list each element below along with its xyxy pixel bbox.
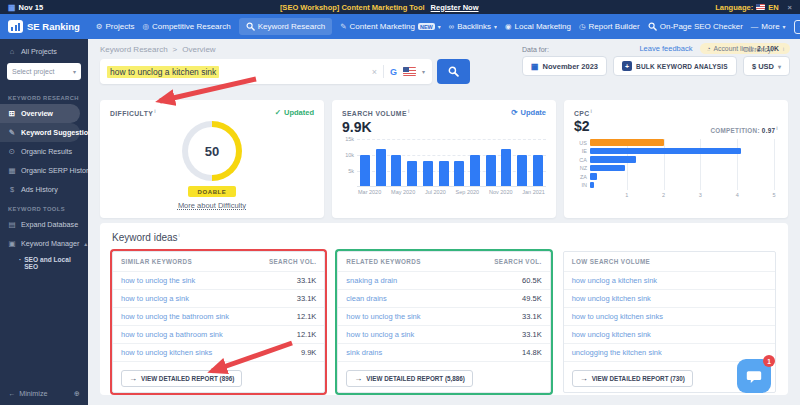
nav-item-local-marketing[interactable]: ◉ Local Marketing	[505, 22, 571, 31]
currency-select[interactable]: $ USD ▾	[743, 56, 790, 76]
cpc-value: $2	[574, 118, 590, 134]
keyword-link[interactable]: unclogging the kitchen sink	[572, 348, 662, 357]
keyword-link[interactable]: how to unclog the bathroom sink	[121, 312, 229, 321]
volume-bars	[357, 139, 546, 186]
sidebar-item-ads-history[interactable]: $ Ads History	[0, 180, 88, 199]
more-about-difficulty-link[interactable]: More about Difficulty	[110, 201, 314, 210]
sidebar-item-label: Organic Results	[21, 147, 72, 156]
view-detailed-report-button[interactable]: → VIEW DETAILED REPORT (896)	[121, 370, 242, 387]
view-detailed-report-button[interactable]: → VIEW DETAILED REPORT (5,886)	[346, 370, 473, 387]
volume-bar	[360, 155, 370, 186]
report-button-label: VIEW DETAILED REPORT (730)	[592, 375, 685, 382]
keyword-link[interactable]: how to unclog kitchen sinks	[121, 348, 212, 357]
sidebar-item-expand-database[interactable]: ▤ Expand Database	[0, 215, 88, 234]
keyword-link[interactable]: how to unclog the sink	[121, 276, 195, 285]
volume-bar	[376, 149, 386, 187]
table-row[interactable]: sink drains14.8K	[338, 343, 549, 361]
table-row[interactable]: clean drains49.5K	[338, 289, 549, 307]
sidebar-item-organic-serp-history[interactable]: ▦ Organic SERP History	[0, 161, 88, 180]
keyword-link[interactable]: clean drains	[346, 294, 386, 303]
table-row[interactable]: how unclog a kitchen sink	[564, 271, 775, 289]
google-icon[interactable]: G	[390, 67, 397, 77]
nav-label: Local Marketing	[515, 22, 571, 31]
nav-item-content-marketing[interactable]: ✎ Content Marketing NEW ▾	[340, 22, 441, 31]
close-icon[interactable]: ×	[788, 3, 792, 12]
language-switcher[interactable]: Language: EN ×	[715, 3, 792, 12]
table-row[interactable]: how to unclog a bathroom sink12.1K	[113, 325, 324, 343]
table-row[interactable]: how to unclog the bathroom sink12.1K	[113, 307, 324, 325]
volume-bar	[470, 155, 480, 186]
table-row[interactable]: how to unclog a sink33.1K	[338, 325, 549, 343]
bulk-keyword-analysis-button[interactable]: + BULK KEYWORD ANALYSIS	[613, 56, 737, 76]
nav-item-keyword-research[interactable]: Keyword Research	[239, 18, 333, 35]
table-row[interactable]: how to unclog a sink33.1K	[113, 289, 324, 307]
x-tick-label: Mar 2020	[358, 189, 381, 195]
table-row[interactable]: how to unclog the sink33.1K	[338, 307, 549, 325]
nav-item-onpage-seo-checker[interactable]: On-Page SEO Checker	[648, 22, 743, 31]
sidebar-item-organic-results[interactable]: ⊙ Organic Results	[0, 142, 88, 161]
add-project-button[interactable]: +	[794, 20, 800, 34]
sidebar-item-all-projects[interactable]: ⌂ All Projects	[0, 39, 88, 61]
announcement-bar: ▦ Nov 15 [SEO Workshop] Content Marketin…	[0, 0, 800, 14]
table-row[interactable]: how unclog kitchen sink	[564, 325, 775, 343]
sidebar-item-keyword-suggestions[interactable]: ✎ Keyword Suggestions	[0, 123, 80, 142]
project-select[interactable]: Select project ▾	[7, 63, 81, 80]
nav-item-more[interactable]: — More ▾	[751, 22, 786, 31]
breadcrumb-keyword-research[interactable]: Keyword Research	[100, 45, 168, 54]
info-icon[interactable]: i	[154, 108, 156, 114]
keyword-link[interactable]: how to unclog a sink	[121, 294, 189, 303]
info-icon[interactable]: i	[179, 232, 180, 238]
minimize-button[interactable]: ← Minimize	[8, 389, 48, 398]
info-icon[interactable]: i	[408, 108, 410, 114]
difficulty-badge: DOABLE	[188, 186, 237, 197]
difficulty-card: DIFFICULTYi ✓ Updated 50 DOABLE More abo…	[100, 100, 324, 218]
table-row[interactable]: how to unclog kitchen sinks9.9K	[113, 343, 324, 361]
keyword-link[interactable]: how unclog kitchen sink	[572, 330, 651, 339]
calendar-icon: ▦	[8, 166, 16, 175]
competition-label: COMPETITION:	[710, 127, 759, 134]
sidebar-item-keyword-manager[interactable]: ▣ Keyword Manager ▴	[0, 234, 88, 253]
nav-item-report-builder[interactable]: ◷ Report Builder	[579, 22, 640, 31]
volume-bar	[391, 155, 401, 186]
keyword-link[interactable]: how to unclog a sink	[346, 330, 414, 339]
nav-item-competitive-research[interactable]: ◎ Competitive Research	[142, 22, 230, 31]
sidebar-item-overview[interactable]: ⊞ Overview	[0, 104, 80, 123]
x-tick-label: 5	[772, 192, 775, 198]
keyword-link[interactable]: snaking a drain	[346, 276, 397, 285]
search-button[interactable]	[437, 59, 470, 84]
view-detailed-report-button[interactable]: → VIEW DETAILED REPORT (730)	[572, 370, 693, 387]
search-volume-chart: 15k10k5k	[342, 139, 546, 187]
currency-group: Currency: $ USD ▾	[743, 46, 790, 76]
date-picker-button[interactable]: ▦ November 2023	[522, 56, 607, 76]
table-row[interactable]: how unclog kitchen sink	[564, 289, 775, 307]
table-row[interactable]: how to unclog the sink33.1K	[113, 271, 324, 289]
cpc-bar-row: ZA	[590, 173, 774, 180]
info-icon[interactable]: i	[591, 108, 593, 114]
table-row[interactable]: snaking a drain60.5K	[338, 271, 549, 289]
keyword-link[interactable]: how unclog a kitchen sink	[572, 276, 657, 285]
keyword-link[interactable]: sink drains	[346, 348, 382, 357]
related-keywords-table: RELATED KEYWORDS SEARCH VOL. snaking a d…	[337, 251, 550, 393]
keyword-link[interactable]: how unclog kitchen sink	[572, 294, 651, 303]
us-flag-icon[interactable]	[403, 67, 416, 76]
keyword-link[interactable]: how to unclog kitchen sinks	[572, 312, 663, 321]
update-link[interactable]: ⟳ Update	[511, 108, 546, 117]
search-icon	[448, 66, 459, 77]
sidebar-section-keyword-tools: KEYWORD TOOLS	[0, 199, 88, 215]
keyword-link[interactable]: how to unclog a bathroom sink	[121, 330, 223, 339]
brand[interactable]: SE Ranking	[8, 20, 80, 33]
keyword-link[interactable]: how to unclog the sink	[346, 312, 420, 321]
nav-item-backlinks[interactable]: ∞ Backlinks ▾	[449, 22, 497, 31]
sidebar-subitem-seo-and-local-seo[interactable]: · SEO and Local SEO	[0, 253, 88, 273]
home-icon: ⌂	[8, 47, 16, 56]
volume-plot	[357, 139, 546, 187]
table-row[interactable]: how to unclog kitchen sinks	[564, 307, 775, 325]
register-now-link[interactable]: Register Now	[431, 3, 479, 12]
chevron-down-icon[interactable]: ▾	[422, 68, 425, 75]
nav-item-projects[interactable]: ⚙ Projects	[96, 22, 135, 31]
keyword-search-input[interactable]: how to unclog a kitchen sink × G ▾	[100, 59, 432, 84]
chat-widget-button[interactable]: 1	[737, 359, 771, 393]
info-icon[interactable]: i	[776, 125, 778, 131]
globe-icon[interactable]: ⊕	[74, 389, 80, 398]
clear-icon[interactable]: ×	[372, 67, 377, 77]
